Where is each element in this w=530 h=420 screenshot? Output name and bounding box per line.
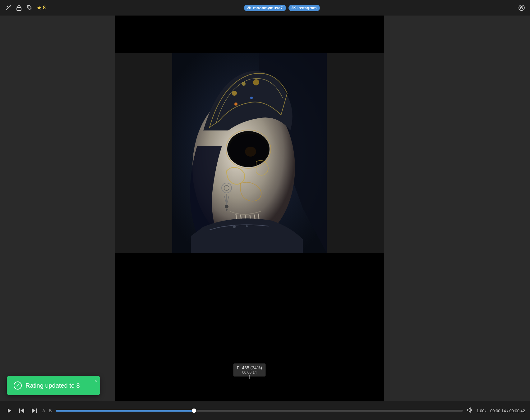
- badge-moonmymuse[interactable]: 2K moonmymuse7: [244, 5, 286, 11]
- svg-point-9: [232, 91, 237, 96]
- toolbar-center: 2K moonmymuse7 2K Instagram: [244, 5, 320, 11]
- svg-marker-28: [32, 408, 35, 413]
- svg-point-20: [225, 205, 228, 208]
- svg-point-16: [245, 147, 256, 157]
- video-area: F: 435 (34%) 00:00:14 ↑: [115, 16, 384, 401]
- rating-display[interactable]: ★ 8: [37, 4, 46, 11]
- skip-back-button[interactable]: [17, 406, 26, 415]
- svg-rect-25: [19, 409, 20, 413]
- badge2-label: Instagram: [297, 6, 317, 10]
- star-icon: ★: [37, 4, 42, 11]
- svg-point-0: [10, 6, 11, 7]
- svg-point-11: [253, 79, 259, 85]
- svg-point-10: [242, 82, 246, 86]
- badge1-label: moonmymuse7: [253, 6, 283, 10]
- timeline-fill: [56, 410, 194, 412]
- svg-point-3: [28, 7, 29, 7]
- main-area: F: 435 (34%) 00:00:14 ↑: [0, 16, 530, 401]
- badge-instagram[interactable]: 2K Instagram: [288, 5, 320, 11]
- svg-marker-24: [8, 409, 11, 413]
- volume-button[interactable]: [467, 407, 473, 415]
- tooltip-arrow-icon: ↑: [248, 373, 251, 380]
- side-panel-left: [0, 16, 115, 401]
- badge2-num: 2K: [292, 6, 296, 10]
- timeline-thumb[interactable]: [192, 409, 196, 413]
- export-icon[interactable]: [518, 4, 525, 11]
- transport-bar: A B 1.00x 00:00:14 / 00:00:42: [0, 401, 530, 420]
- toast-notification: ✓ Rating updated to 8 ×: [7, 376, 100, 395]
- play-button[interactable]: [5, 406, 14, 415]
- top-toolbar: ★ 8 2K moonmymuse7 2K Instagram: [0, 0, 530, 16]
- speed-label[interactable]: 1.00x: [477, 409, 486, 413]
- svg-point-2: [19, 9, 20, 10]
- toolbar-left: ★ 8: [5, 4, 46, 11]
- ab-label-b[interactable]: B: [49, 408, 52, 413]
- rating-value: 8: [43, 5, 46, 11]
- toast-message: Rating updated to 8: [25, 382, 80, 389]
- svg-rect-27: [36, 409, 37, 413]
- tag-icon[interactable]: [26, 4, 33, 11]
- svg-point-6: [521, 7, 522, 8]
- timeline-track[interactable]: [56, 410, 463, 412]
- badge1-num: 2K: [247, 6, 251, 10]
- total-time: 00:00:42: [509, 409, 525, 413]
- toast-check-icon: ✓: [14, 381, 22, 390]
- wand-icon[interactable]: [5, 4, 12, 11]
- svg-point-22: [233, 226, 236, 228]
- side-panel-right: [384, 16, 530, 401]
- lock-icon[interactable]: [16, 4, 22, 11]
- svg-point-23: [246, 225, 248, 227]
- video-letterbox-top: [115, 16, 384, 53]
- time-display: 00:00:14 / 00:00:42: [490, 409, 525, 413]
- video-image: [172, 53, 327, 253]
- video-letterbox-bottom: F: 435 (34%) 00:00:14 ↑: [115, 253, 384, 401]
- skip-forward-button[interactable]: [30, 406, 39, 415]
- toast-close-button[interactable]: ×: [94, 378, 97, 383]
- svg-point-21: [226, 209, 228, 211]
- svg-point-12: [234, 103, 237, 106]
- ab-label-a[interactable]: A: [42, 408, 45, 413]
- svg-point-13: [250, 97, 253, 99]
- toolbar-right: [518, 4, 525, 11]
- svg-marker-26: [21, 408, 24, 413]
- frame-info: F: 435 (34%): [237, 365, 262, 370]
- current-time: 00:00:14: [490, 409, 506, 413]
- video-frame: [172, 53, 327, 253]
